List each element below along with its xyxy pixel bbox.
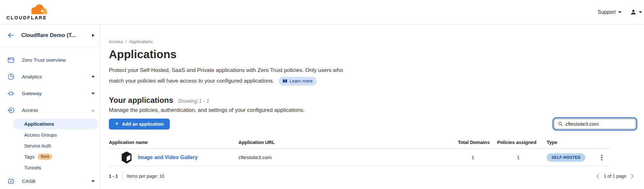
row-actions-menu[interactable] [600,153,604,162]
account-name[interactable]: Cloudflare Demo (T... [21,32,76,39]
sidebar-item-applications[interactable]: Applications [13,119,98,129]
col-total-domains: Total Domains [377,139,490,146]
total-domains-value: 1 [377,155,490,160]
sidebar-item-tunnels[interactable]: Tunnels [13,162,100,173]
breadcrumb-current: Applications [129,40,153,44]
application-name-link[interactable]: Image and Video Gallery [138,155,198,160]
pagination-range: 1 - 1 [109,174,118,179]
pie-chart-icon [7,73,14,80]
table-row: Image and Video Gallery cftestsite3.com … [109,149,609,166]
chevron-right-icon[interactable] [92,34,94,37]
col-policies-assigned: Policies assigned [490,139,536,146]
access-login-icon [7,107,14,114]
table-header-row: Application name Application URL Total D… [109,139,609,149]
chevron-up-icon [91,110,95,111]
user-icon [630,9,636,15]
search-icon [558,121,563,127]
sidebar-item-service-auth[interactable]: Service Auth [13,140,100,151]
main-content: Access / Applications Applications Prote… [100,24,644,189]
col-application-name: Application name [109,139,238,146]
breadcrumb-access[interactable]: Access [109,40,123,44]
add-application-button[interactable]: + Add an application [109,119,170,130]
application-url-value: cftestsite3.com [238,155,377,160]
window-icon [7,57,14,64]
chevron-down-icon [91,180,95,182]
chevron-right-icon [631,174,634,179]
access-submenu: Applications Access Groups Service Auth … [0,119,100,173]
sidebar-nav: Zero Trust overview Analytics Gateway [0,52,100,189]
cloudflare-logo[interactable]: CLOUDFLARE [6,4,49,20]
book-icon [283,79,287,83]
sidebar-item-tags[interactable]: Tags Beta [13,151,100,162]
sidebar-item-access[interactable]: Access [0,102,100,119]
pagination: 1 - 1 Items per page: 10 1 of 1 page [109,166,637,181]
beta-badge: Beta [38,154,53,160]
application-cube-icon [121,151,132,164]
chevron-down-icon [91,93,95,94]
top-header: CLOUDFLARE Support [0,0,644,24]
chevron-down-icon [639,11,642,13]
casb-check-icon [7,178,14,185]
sidebar-item-analytics[interactable]: Analytics [0,68,100,85]
chevron-down-icon [91,76,95,78]
chevron-left-icon [596,174,599,179]
items-per-page: Items per page: 10 [127,174,164,179]
col-application-url: Application URL [238,139,377,146]
apps-toolbar: + Add an application [109,118,637,130]
pagination-divider [122,172,122,181]
applications-table: Application name Application URL Total D… [109,139,609,166]
previous-page-button[interactable] [596,174,599,179]
policies-assigned-value: 1 [490,155,536,160]
next-page-button[interactable] [631,174,634,179]
page-title: Applications [109,48,637,61]
search-input[interactable] [565,121,632,127]
page-status: 1 of 1 page [604,174,626,179]
gateway-icon [7,90,14,97]
breadcrumb-separator: / [126,40,127,44]
user-account-menu[interactable] [630,9,642,15]
application-search [554,119,636,129]
sidebar-item-access-groups[interactable]: Access Groups [13,129,100,140]
account-switcher: Cloudflare Demo (T... [0,24,100,47]
sidebar: Cloudflare Demo (T... Zero Trust overvie… [0,24,100,189]
section-subheading: Manage the policies, authentication, and… [109,107,637,113]
topbar-actions: Support [598,9,642,15]
brand-wordmark: CLOUDFLARE [6,15,49,20]
chevron-down-icon [618,11,621,13]
cloudflare-cloud-icon [28,4,49,15]
learn-more-link[interactable]: Learn more [278,77,317,86]
support-menu[interactable]: Support [598,9,621,15]
showing-count: Showing 1 - 1 [178,98,209,104]
back-arrow-icon[interactable] [7,32,14,39]
sidebar-item-zero-trust-overview[interactable]: Zero Trust overview [0,52,100,68]
breadcrumb: Access / Applications [109,40,637,44]
type-badge: SELF-HOSTED [547,153,585,162]
col-type: Type [536,139,595,146]
section-heading: Your applications [109,96,173,105]
sidebar-item-casb[interactable]: CASB [0,173,100,189]
sidebar-item-gateway[interactable]: Gateway [0,85,100,102]
support-label: Support [598,9,616,15]
page-description: Protect your Self-Hosted, SaaS and Priva… [109,65,637,86]
plus-icon: + [115,121,119,127]
